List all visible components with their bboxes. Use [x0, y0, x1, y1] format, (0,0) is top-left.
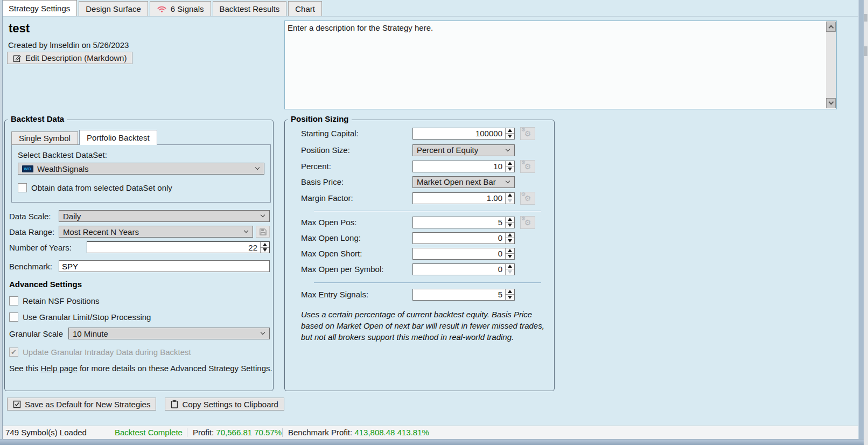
tab-backtest-results[interactable]: Backtest Results [213, 1, 287, 16]
tab-portfolio-backtest[interactable]: Portfolio Backtest [79, 130, 157, 145]
max-open-per-symbol-spinner [412, 263, 515, 275]
spin-up-button[interactable] [506, 248, 514, 254]
percent-settings-button[interactable]: ⚙⚙ [520, 160, 535, 173]
save-data-range-button[interactable] [256, 226, 270, 238]
granular-scale-combobox[interactable]: 10 Minute [68, 328, 270, 339]
spin-up-button[interactable] [506, 193, 514, 198]
spin-up-button[interactable] [261, 242, 269, 247]
spin-up-button[interactable] [506, 264, 514, 269]
scroll-up-button[interactable] [826, 22, 836, 32]
benchmark-profit-value: 413,808.48 413.81% [354, 428, 429, 437]
background-strip [864, 0, 868, 445]
spin-down-button[interactable] [506, 253, 514, 259]
backtest-mode-tabs: Single Symbol Portfolio Backtest [11, 130, 158, 145]
data-range-combobox[interactable]: Most Recent N Years [59, 226, 253, 238]
data-scale-row: Data Scale: Daily [9, 210, 270, 222]
max-entry-signals-input[interactable] [413, 289, 505, 300]
background-mark [864, 14, 867, 22]
spin-up-button[interactable] [506, 161, 514, 166]
benchmark-profit-status: Benchmark Profit: 413,808.48 413.81% [288, 428, 429, 437]
triangle-up-icon [508, 193, 512, 197]
triangle-up-icon [508, 162, 512, 165]
save-as-default-label: Save as Default for New Strategies [25, 400, 150, 409]
margin-factor-settings-button[interactable]: ⚙⚙ [520, 192, 535, 205]
copy-settings-button[interactable]: Copy Settings to Clipboard [165, 398, 284, 411]
max-entry-signals-spinner [412, 289, 515, 301]
chevron-down-icon [261, 213, 265, 217]
spin-up-button[interactable] [506, 128, 514, 134]
max-open-long-input[interactable] [413, 233, 505, 244]
tab-label: Portfolio Backtest [87, 133, 150, 142]
tab-single-symbol[interactable]: Single Symbol [11, 131, 78, 145]
spin-down-button[interactable] [506, 238, 514, 244]
granular-limit-stop-row: Use Granular Limit/Stop Processing [9, 312, 151, 322]
percent-input[interactable] [413, 161, 505, 172]
spin-up-button[interactable] [506, 289, 514, 295]
help-prefix: See this [9, 364, 40, 373]
triangle-up-icon [508, 218, 512, 221]
section-separator [314, 282, 541, 283]
max-open-per-symbol-input[interactable] [413, 264, 505, 275]
margin-factor-input[interactable] [413, 193, 505, 204]
clipboard-icon [171, 400, 178, 408]
save-as-default-button[interactable]: Save as Default for New Strategies [7, 398, 156, 411]
spin-down-button[interactable] [506, 198, 514, 204]
granular-limit-stop-checkbox[interactable] [9, 312, 18, 322]
tab-chart[interactable]: Chart [288, 1, 322, 16]
starting-capital-label: Starting Capital: [301, 129, 359, 138]
gear-icon: ⚙⚙ [524, 163, 531, 170]
number-of-years-input[interactable] [87, 242, 260, 253]
spin-down-button[interactable] [506, 166, 514, 172]
retain-nsf-checkbox[interactable] [9, 296, 18, 305]
checkbox-label: Update Granular Intraday Data during Bac… [23, 347, 191, 357]
background-mark [864, 46, 867, 56]
starting-capital-settings-button[interactable]: ⚙⚙ [520, 127, 535, 140]
tab-content-divider [0, 16, 858, 17]
benchmark-input[interactable] [59, 260, 270, 272]
tab-signals[interactable]: 6 Signals [150, 1, 211, 16]
portfolio-backtest-panel: Select Backtest DataSet: WD WealthSignal… [11, 144, 271, 203]
spin-up-button[interactable] [506, 217, 514, 222]
tab-strategy-settings[interactable]: Strategy Settings [2, 0, 77, 16]
triangle-down-icon [508, 135, 512, 138]
help-page-link[interactable]: Help page [40, 364, 77, 373]
spin-down-button[interactable] [261, 247, 269, 253]
basis-price-combobox[interactable]: Market Open next Bar [412, 176, 515, 188]
dataset-combobox[interactable]: WD WealthSignals [18, 163, 264, 175]
basis-price-row: Basis Price: Market Open next Bar [285, 176, 554, 188]
position-size-combobox[interactable]: Percent of Equity [412, 144, 515, 156]
window-left-border [0, 0, 3, 439]
group-title: Backtest Data [8, 114, 67, 123]
spin-down-button[interactable] [506, 133, 514, 139]
max-open-pos-settings-button[interactable]: ⚙⚙ [520, 216, 535, 229]
triangle-up-icon [508, 290, 512, 293]
update-granular-checkbox[interactable] [9, 347, 18, 357]
chevron-up-icon [828, 25, 834, 31]
number-of-years-spinner [87, 241, 270, 253]
max-open-pos-input[interactable] [413, 217, 505, 228]
spin-down-button[interactable] [506, 222, 514, 228]
spin-down-button[interactable] [506, 294, 514, 300]
save-floppy-icon [259, 228, 267, 236]
max-open-long-label: Max Open Long: [301, 233, 361, 242]
description-scrollbar[interactable] [826, 22, 836, 108]
triangle-down-icon [508, 270, 512, 274]
percent-row: Percent: ⚙⚙ [285, 160, 554, 172]
obtain-dataset-only-checkbox[interactable] [18, 183, 27, 192]
spin-up-button[interactable] [506, 233, 514, 238]
strategy-name: test [9, 22, 30, 36]
spin-down-button[interactable] [506, 269, 514, 275]
edit-description-button[interactable]: Edit Description (Markdown) [7, 52, 132, 64]
max-open-short-input[interactable] [413, 248, 505, 259]
dataset-label: Select Backtest DataSet: [18, 150, 107, 159]
data-range-value: Most Recent N Years [63, 227, 241, 237]
starting-capital-input[interactable] [413, 128, 505, 139]
max-open-pos-spinner [412, 217, 515, 228]
basis-price-value: Market Open next Bar [417, 177, 502, 186]
data-scale-combobox[interactable]: Daily [59, 210, 270, 222]
tab-design-surface[interactable]: Design Surface [79, 1, 148, 16]
description-editor[interactable]: Enter a description for the Strategy her… [284, 20, 837, 109]
data-scale-value: Daily [63, 212, 257, 221]
scroll-down-button[interactable] [826, 98, 836, 108]
created-by-line: Created by lmseldin on 5/26/2023 [8, 40, 129, 50]
